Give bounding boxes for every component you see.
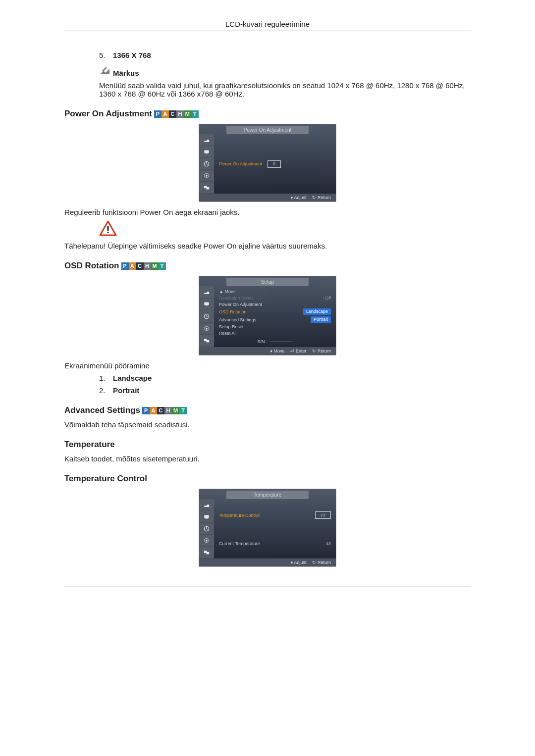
section-temperature-control: Temperature Control (64, 474, 471, 484)
osd-icon-multi (199, 335, 214, 347)
osd-icon-screen (199, 299, 214, 311)
tag-p: P (154, 110, 161, 118)
tag-m: M (151, 262, 159, 270)
tag-c: C (157, 407, 164, 414)
svg-rect-0 (204, 150, 209, 153)
tag-t: T (191, 110, 199, 118)
osd-item-value: : Off (322, 296, 331, 301)
osd-current-temp-row: Current Temperature : 48 (219, 541, 331, 546)
osd-menu-title: Power On Adjustment (226, 126, 309, 134)
tag-h: H (144, 262, 151, 270)
tag-m: M (172, 407, 179, 414)
power-on-warning: Tähelepanu! Ülepinge vältimiseks seadke … (64, 242, 471, 250)
section-advanced-settings: Advanced Settings P A C H M T (64, 405, 471, 415)
osd-footer-adjust: ♦ Adjust (291, 560, 307, 565)
power-on-desc: Reguleerib funktsiooni Power On aega ekr… (64, 208, 471, 216)
osd-power-on-label: Power On Adjustment : (219, 161, 265, 166)
osd-cur-value: : 48 (323, 541, 331, 546)
osd-icon-tool (199, 499, 214, 511)
osd-menu-title: Temperature (226, 491, 309, 499)
tag-a: A (150, 407, 157, 414)
osd-icon-tool (199, 286, 214, 299)
osd-sidebar (199, 134, 214, 194)
osd-icon-tool (199, 134, 214, 146)
tag-c: C (136, 262, 144, 270)
section-title-text: Advanced Settings (64, 405, 140, 415)
osd-item-setup-reset[interactable]: Setup Reset (219, 324, 331, 329)
mode-tags: P A C H M T (142, 407, 187, 414)
osd-tc-label: Temperature Control (219, 513, 260, 518)
tag-p: P (121, 262, 129, 270)
osd-cur-label: Current Temperature (219, 541, 260, 546)
osd-power-on-row: Power On Adjustment : 0 (219, 160, 331, 168)
osd-icon-screen (199, 511, 214, 523)
osd-power-on-value[interactable]: 0 (268, 160, 281, 168)
osd-item-advanced[interactable]: Advanced Settings Portrait (219, 316, 331, 323)
list-number: 2. (99, 386, 107, 395)
tag-m: M (184, 110, 191, 118)
osd-sidebar (199, 499, 214, 558)
osd-sn-row: S/N : ————— (219, 339, 331, 344)
svg-rect-6 (107, 226, 109, 231)
mode-tags: P A C H M T (154, 110, 199, 118)
osd-footer-return: ↻ Return (312, 560, 331, 565)
list-item-landscape: 1. Landscape (99, 374, 471, 382)
osd-option-landscape[interactable]: Landscape (303, 308, 331, 315)
svg-rect-8 (204, 302, 209, 305)
osd-menu-title: Setup (226, 278, 309, 286)
list-label: Portrait (113, 386, 139, 395)
osd-footer-return: ↻ Return (312, 349, 331, 353)
osd-footer: ♦ Adjust ↻ Return (199, 194, 336, 202)
section-title-text: Temperature (64, 440, 115, 450)
tag-h: H (176, 110, 184, 118)
section-title-text: Temperature Control (64, 474, 147, 484)
osd-item-resolution[interactable]: Resolution Select : Off (219, 296, 331, 301)
mode-tags: P A C H M T (121, 262, 166, 270)
osd-item-power-on[interactable]: Power On Adjustment (219, 302, 331, 307)
warning-icon (99, 220, 471, 238)
section-temperature: Temperature (64, 440, 471, 450)
osd-footer-move: ♦ Move (270, 349, 284, 353)
temperature-desc: Kaitseb toodet, mõõtes sisetemperatuuri. (64, 454, 471, 463)
svg-point-3 (206, 175, 208, 177)
svg-rect-5 (206, 187, 209, 189)
svg-rect-13 (206, 340, 209, 343)
resolution-list-item: 5. 1366 X 768 (99, 51, 471, 59)
osd-footer: ♦ Adjust ↻ Return (199, 558, 336, 566)
tag-t: T (179, 407, 187, 414)
osd-icon-multi (199, 547, 214, 558)
osd-sidebar (199, 286, 214, 347)
osd-item-osd-rotation[interactable]: OSD Rotation Landscape (219, 308, 331, 315)
svg-rect-9 (206, 305, 208, 306)
osd-icon-clock (199, 523, 214, 535)
page-header: LCD-kuvari reguleerimine (64, 20, 471, 31)
osd-option-portrait[interactable]: Portrait (311, 316, 331, 323)
svg-rect-19 (206, 552, 209, 554)
list-number: 5. (99, 51, 107, 59)
osd-item-reset-all[interactable]: Reset All (219, 331, 331, 336)
section-title-text: OSD Rotation (64, 261, 119, 271)
osd-rotation-desc: Ekraanimenüü pööramine (64, 361, 471, 370)
osd-item-label: Resolution Select (219, 296, 254, 301)
osd-footer: ♦ Move ⏎ Enter ↻ Return (199, 347, 336, 355)
osd-temperature-screenshot: Temperature Temperature Control 77 Curre… (199, 489, 336, 567)
tag-a: A (161, 110, 169, 118)
note-row: Märkus (99, 65, 471, 77)
section-osd-rotation: OSD Rotation P A C H M T (64, 261, 471, 271)
svg-rect-14 (204, 515, 209, 518)
osd-tc-value[interactable]: 77 (315, 511, 331, 519)
osd-power-on-screenshot: Power On Adjustment Power On Adjustment … (199, 124, 336, 202)
tag-t: T (159, 262, 166, 270)
osd-icon-clock (199, 310, 214, 323)
osd-more[interactable]: ▲ More (219, 289, 235, 294)
section-title-text: Power On Adjustment (64, 109, 152, 119)
osd-setup-screenshot: Setup ▲ More Resolution Select : Off Pow… (199, 276, 336, 355)
tag-a: A (129, 262, 136, 270)
list-number: 1. (99, 374, 107, 382)
note-icon (99, 65, 111, 77)
osd-temp-control-row: Temperature Control 77 (219, 511, 331, 519)
list-label: Landscape (113, 374, 152, 382)
osd-icon-multi (199, 182, 214, 194)
tag-h: H (164, 407, 172, 414)
tag-c: C (169, 110, 176, 118)
